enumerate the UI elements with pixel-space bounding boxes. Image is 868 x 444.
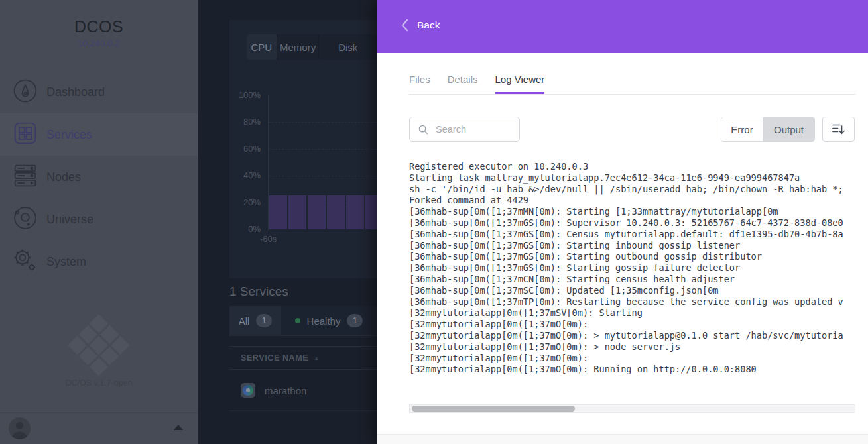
count-badge: 1 (347, 314, 363, 327)
error-toggle-button[interactable]: Error (721, 117, 763, 141)
scrollbar-thumb[interactable] (412, 406, 575, 412)
brand-title: DCOS (0, 17, 198, 36)
x-axis-tick: -60s (260, 234, 277, 244)
back-label: Back (417, 19, 440, 31)
sort-asc-icon: ▲ (314, 355, 319, 361)
service-row-marathon[interactable]: marathon (229, 370, 377, 411)
servers-icon (13, 163, 38, 191)
sidebar-item-label: Nodes (46, 170, 81, 184)
y-axis-tick: 60% (224, 144, 261, 154)
y-axis-tick: 80% (224, 117, 261, 127)
download-log-icon (832, 123, 845, 136)
sidebar-item-nodes[interactable]: Nodes (0, 156, 198, 198)
task-detail-panel: Back Files Details Log Viewer Error Outp… (377, 0, 868, 444)
app-screen: DCOS 10.240.0.2 Dashboard (0, 0, 868, 444)
cpu-usage-bars (269, 95, 377, 229)
tab-details[interactable]: Details (448, 74, 478, 94)
version-label: DC/OS v.1.7-open (0, 378, 198, 388)
healthy-status-dot (295, 318, 300, 323)
sidebar-item-dashboard[interactable]: Dashboard (0, 71, 198, 113)
filter-label: All (239, 315, 250, 327)
filter-label: Healthy (307, 315, 341, 327)
sidebar-item-services[interactable]: Services (0, 113, 198, 156)
y-axis-tick: 20% (224, 197, 261, 207)
service-name-column-header[interactable]: SERVICE NAME ▲ (229, 346, 377, 370)
log-text: Registered executor on 10.240.0.3 Starti… (409, 161, 855, 375)
tab-cpu[interactable]: CPU (247, 34, 277, 60)
log-output: Registered executor on 10.240.0.3 Starti… (409, 161, 855, 380)
panel-footer (377, 434, 868, 444)
y-axis-line (268, 95, 269, 230)
tabs-divider (409, 94, 855, 95)
filter-all[interactable]: All 1 (229, 306, 281, 335)
horizontal-scrollbar[interactable] (409, 404, 855, 413)
download-log-button[interactable] (822, 117, 855, 142)
filter-healthy[interactable]: Healthy 1 (281, 306, 377, 335)
tab-memory[interactable]: Memory (277, 34, 319, 60)
log-stream-toggle: Error Output (721, 117, 815, 142)
count-badge: 1 (256, 314, 272, 327)
metric-tabs: CPU Memory Disk (247, 34, 377, 60)
cluster-ip: 10.240.0.2 (0, 38, 198, 48)
user-menu[interactable] (0, 412, 198, 444)
sidebar-nav: Dashboard Services (0, 71, 198, 283)
output-toggle-button[interactable]: Output (763, 117, 814, 141)
log-search-box (409, 117, 520, 142)
tab-files[interactable]: Files (409, 74, 430, 94)
sidebar-item-universe[interactable]: Universe (0, 198, 198, 241)
sidebar-item-label: Universe (46, 213, 93, 227)
caret-up-icon[interactable] (174, 425, 183, 430)
gauge-icon (13, 78, 38, 106)
services-heading: 1 Services (229, 284, 288, 299)
sidebar-item-label: System (46, 255, 86, 269)
sidebar: DCOS 10.240.0.2 Dashboard (0, 0, 198, 444)
grid-icon (13, 121, 38, 148)
user-avatar[interactable] (9, 417, 31, 439)
planet-icon (13, 205, 38, 233)
back-button[interactable]: Back (401, 19, 440, 32)
tab-disk[interactable]: Disk (318, 34, 377, 60)
service-name: marathon (265, 385, 306, 396)
y-axis-tick: 40% (224, 170, 261, 180)
gears-icon (13, 248, 38, 276)
tab-log-viewer[interactable]: Log Viewer (495, 74, 545, 94)
main-content: CPU Memory Disk 100% 80% 60% 40% 20% 0% … (198, 0, 377, 444)
sidebar-item-label: Dashboard (46, 85, 105, 99)
chevron-left-icon (401, 19, 410, 32)
column-label: SERVICE NAME (241, 353, 308, 362)
panel-tabs: Files Details Log Viewer (409, 74, 544, 94)
y-axis-tick: 0% (224, 224, 261, 234)
y-axis-tick: 100% (224, 90, 261, 100)
sidebar-item-system[interactable]: System (0, 241, 198, 283)
marathon-service-icon (241, 383, 255, 398)
search-input[interactable] (434, 123, 517, 135)
panel-header: Back (377, 0, 868, 53)
service-filter-tabs: All 1 Healthy 1 (229, 306, 377, 336)
sidebar-item-label: Services (46, 128, 92, 142)
search-icon (418, 125, 428, 135)
dcos-logo (68, 314, 129, 376)
